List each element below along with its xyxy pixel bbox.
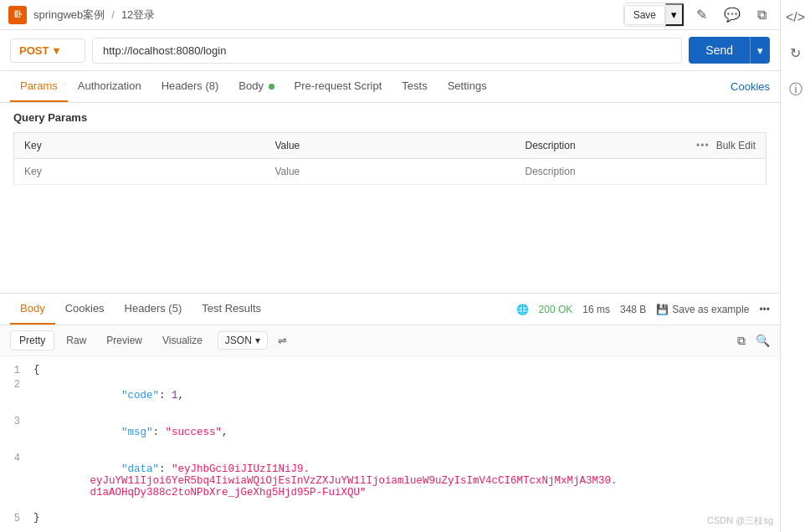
params-title: Query Params: [13, 111, 766, 124]
code-content-1: {: [33, 364, 780, 376]
code-line-3: 3 "msg": "success",: [0, 414, 780, 451]
col-description: Description: [525, 140, 576, 151]
save-icon: 💾: [656, 304, 669, 315]
three-dots-icon[interactable]: •••: [696, 140, 710, 151]
code-line-5: 5 }: [0, 511, 780, 525]
app-logo: 卧: [8, 6, 27, 24]
save-example-button[interactable]: 💾 Save as example: [656, 304, 749, 315]
tab-prerequest[interactable]: Pre-request Script: [285, 71, 392, 102]
col-key: Key: [14, 133, 265, 159]
filter-icon[interactable]: ⇌: [278, 335, 287, 347]
table-row: [14, 159, 766, 185]
method-arrow: ▾: [54, 44, 59, 57]
key-input[interactable]: [24, 166, 254, 177]
tab-name: 12登录: [121, 8, 155, 23]
resp-tab-headers[interactable]: Headers (5): [115, 294, 192, 325]
fmt-tab-preview[interactable]: Preview: [98, 331, 151, 350]
search-response-icon[interactable]: 🔍: [756, 334, 770, 347]
save-dropdown-arrow[interactable]: ▾: [665, 3, 684, 26]
line-num-3: 3: [0, 415, 33, 427]
response-tabs: Body Cookies Headers (5) Test Results 🌐 …: [0, 294, 780, 325]
url-input[interactable]: [92, 38, 682, 64]
code-line-2: 2 "code": 1,: [0, 377, 780, 414]
params-table: Key Value Description ••• Bulk Edit: [13, 132, 766, 185]
status-code: 200 OK: [539, 304, 573, 315]
response-size: 348 B: [620, 304, 646, 315]
sidebar-info-icon[interactable]: ⓘ: [786, 78, 806, 102]
tab-tests[interactable]: Tests: [392, 71, 437, 102]
globe-icon: 🌐: [516, 304, 529, 315]
line-num-5: 5: [0, 512, 33, 524]
save-button[interactable]: Save: [624, 5, 665, 25]
right-sidebar: </> ↻ ⓘ: [780, 0, 810, 532]
line-num-1: 1: [0, 364, 33, 376]
col-value: Value: [264, 133, 515, 159]
save-example-label: Save as example: [672, 304, 749, 315]
main-content: 卧 springweb案例 / 12登录 Save ▾ ✎ 💬 ⧉ POST ▾…: [0, 0, 780, 532]
spacer: [0, 207, 780, 294]
response-area: Body Cookies Headers (5) Test Results 🌐 …: [0, 293, 780, 532]
format-tabs: Pretty Raw Preview Visualize JSON ▾ ⇌ ⧉ …: [0, 325, 780, 356]
fmt-tab-pretty[interactable]: Pretty: [10, 330, 54, 350]
app-name: springweb案例: [33, 8, 105, 23]
top-bar-left: 卧 springweb案例 / 12登录: [8, 6, 155, 24]
top-bar-right: Save ▾ ✎ 💬 ⧉: [623, 3, 772, 27]
copy-response-icon[interactable]: ⧉: [737, 334, 746, 348]
request-tabs: Params Authorization Headers (8) Body Pr…: [0, 71, 780, 103]
resp-tab-cookies[interactable]: Cookies: [55, 294, 115, 325]
format-type-arrow: ▾: [255, 335, 260, 346]
pencil-icon[interactable]: ✎: [691, 5, 712, 24]
format-type-label: JSON: [225, 335, 252, 346]
cookies-link[interactable]: Cookies: [731, 80, 770, 93]
line-num-2: 2: [0, 378, 33, 391]
url-bar: POST ▾ Send ▾: [0, 30, 780, 71]
tab-headers[interactable]: Headers (8): [151, 71, 229, 102]
breadcrumb-separator: /: [111, 8, 115, 21]
response-time: 16 ms: [582, 304, 610, 315]
tab-authorization[interactable]: Authorization: [68, 71, 151, 102]
top-bar: 卧 springweb案例 / 12登录 Save ▾ ✎ 💬 ⧉: [0, 0, 780, 30]
resp-tab-body[interactable]: Body: [10, 294, 55, 325]
code-content-2: "code": 1,: [33, 378, 780, 413]
sidebar-refresh-icon[interactable]: ↻: [787, 42, 804, 64]
tab-body[interactable]: Body: [228, 71, 284, 102]
send-button-group: Send ▾: [689, 37, 770, 64]
method-select[interactable]: POST ▾: [10, 38, 85, 63]
sidebar-html-icon[interactable]: </>: [782, 7, 808, 28]
desc-input[interactable]: [525, 166, 756, 177]
format-type-select[interactable]: JSON ▾: [218, 331, 268, 350]
send-button[interactable]: Send: [689, 37, 750, 64]
more-actions-icon[interactable]: •••: [759, 304, 770, 315]
fmt-tab-raw[interactable]: Raw: [58, 331, 95, 350]
logo-text: 卧: [14, 9, 22, 20]
line-num-4: 4: [0, 452, 33, 464]
code-line-4: 4 "data": "eyJhbGci0iJIUzI1NiJ9. eyJuYW1…: [0, 451, 780, 511]
fmt-tab-visualize[interactable]: Visualize: [154, 331, 211, 350]
value-input[interactable]: [274, 166, 505, 177]
response-status-bar: 🌐 200 OK 16 ms 348 B 💾 Save as example •…: [516, 304, 770, 315]
method-label: POST: [19, 44, 49, 57]
copy-page-icon[interactable]: ⧉: [752, 6, 772, 24]
tab-settings[interactable]: Settings: [438, 71, 497, 102]
col-desc-header: Description ••• Bulk Edit: [515, 133, 766, 159]
params-section: Query Params Key Value Description ••• B…: [0, 103, 780, 207]
code-area: 1 { 2 "code": 1, 3 "msg": "success", 4: [0, 356, 780, 532]
send-dropdown-arrow[interactable]: ▾: [750, 37, 770, 64]
code-content-4: "data": "eyJhbGci0iJIUzI1NiJ9. eyJuYW1lI…: [33, 452, 780, 510]
tab-params[interactable]: Params: [10, 71, 68, 102]
save-button-group[interactable]: Save ▾: [623, 3, 684, 27]
code-content-5: }: [33, 512, 780, 524]
resp-tab-test-results[interactable]: Test Results: [192, 294, 271, 325]
bulk-edit-button[interactable]: Bulk Edit: [716, 140, 756, 151]
comment-icon[interactable]: 💬: [719, 5, 746, 24]
code-line-1: 1 {: [0, 363, 780, 377]
code-content-3: "msg": "success",: [33, 415, 780, 450]
body-dot: [269, 84, 274, 90]
watermark: CSDN @三桂sg: [707, 514, 773, 527]
